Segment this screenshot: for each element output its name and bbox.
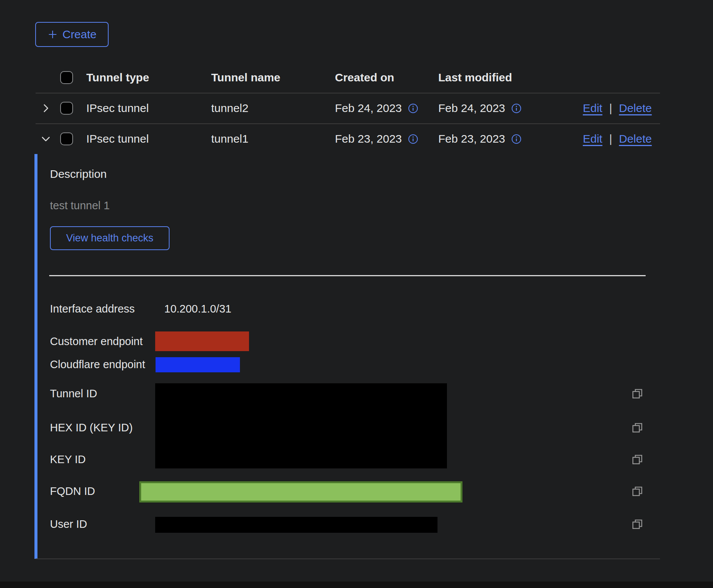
action-separator: | (609, 102, 612, 115)
cloudflare-endpoint-label: Cloudflare endpoint (50, 358, 145, 371)
cloudflare-endpoint-redacted-value (156, 357, 240, 372)
collapse-chevron-down-icon[interactable] (39, 132, 52, 145)
created-on-cell: Feb 23, 2023 (335, 132, 402, 145)
row-checkbox[interactable] (60, 102, 73, 115)
description-label: Description (50, 168, 107, 180)
interface-address-value: 10.200.1.0/31 (164, 302, 231, 315)
user-id-label: User ID (50, 518, 87, 530)
tunnel-type-cell: IPsec tunnel (86, 124, 149, 154)
expanded-row-accent-bar (34, 154, 37, 559)
copy-key-id-button[interactable] (630, 453, 644, 466)
hex-id-label: HEX ID (KEY ID) (50, 421, 133, 434)
copy-hex-id-button[interactable] (630, 421, 644, 434)
tunnels-page: Create Tunnel type Tunnel name Created o… (0, 0, 713, 588)
view-health-checks-button[interactable]: View health checks (50, 226, 170, 250)
table-row: IPsec tunnel tunnel2 Feb 24, 2023 Feb 24… (36, 93, 660, 123)
info-icon[interactable] (408, 134, 418, 144)
fqdn-id-label: FQDN ID (50, 485, 95, 498)
last-modified-cell: Feb 24, 2023 (438, 102, 505, 115)
fqdn-id-redacted-value (139, 481, 462, 502)
info-icon[interactable] (408, 103, 418, 114)
tunnel-name-cell: tunnel1 (211, 124, 248, 154)
plus-icon (47, 29, 58, 40)
info-icon[interactable] (511, 103, 522, 114)
copy-icon (631, 518, 644, 530)
edit-link[interactable]: Edit (583, 102, 602, 115)
details-separator (49, 275, 646, 276)
copy-user-id-button[interactable] (630, 517, 644, 531)
delete-link[interactable]: Delete (619, 132, 652, 145)
copy-icon (631, 453, 644, 466)
description-value: test tunnel 1 (50, 199, 110, 212)
tunnel-id-label: Tunnel ID (50, 387, 97, 400)
column-header-created-on: Created on (335, 62, 394, 93)
copy-fqdn-id-button[interactable] (630, 484, 644, 498)
tunnel-name-cell: tunnel2 (211, 93, 248, 123)
customer-endpoint-label: Customer endpoint (50, 335, 143, 348)
tunnel-type-cell: IPsec tunnel (86, 93, 149, 123)
info-icon[interactable] (511, 134, 522, 144)
create-button[interactable]: Create (35, 22, 109, 47)
copy-icon (631, 485, 644, 498)
user-id-redacted-value (155, 517, 437, 533)
interface-address-label: Interface address (50, 302, 135, 315)
table-header-row: Tunnel type Tunnel name Created on Last … (36, 62, 660, 93)
delete-link[interactable]: Delete (619, 102, 652, 115)
expand-chevron-right-icon[interactable] (39, 102, 52, 115)
table-row: IPsec tunnel tunnel1 Feb 23, 2023 Feb 23… (36, 124, 660, 154)
row-checkbox[interactable] (60, 132, 73, 145)
create-button-label: Create (62, 28, 97, 41)
column-header-tunnel-type: Tunnel type (86, 62, 149, 93)
edit-link[interactable]: Edit (583, 132, 602, 145)
copy-icon (631, 421, 644, 434)
key-id-label: KEY ID (50, 453, 86, 466)
window-bottom-strip (0, 582, 713, 588)
copy-tunnel-id-button[interactable] (630, 387, 644, 400)
created-on-cell: Feb 24, 2023 (335, 102, 402, 115)
copy-icon (631, 387, 644, 400)
column-header-tunnel-name: Tunnel name (211, 62, 280, 93)
table-bottom-divider (36, 558, 660, 559)
last-modified-cell: Feb 23, 2023 (438, 132, 505, 145)
action-separator: | (609, 132, 612, 145)
ids-redacted-value (155, 383, 447, 468)
select-all-checkbox[interactable] (60, 71, 73, 84)
customer-endpoint-redacted-value (155, 331, 249, 351)
column-header-last-modified: Last modified (438, 62, 512, 93)
